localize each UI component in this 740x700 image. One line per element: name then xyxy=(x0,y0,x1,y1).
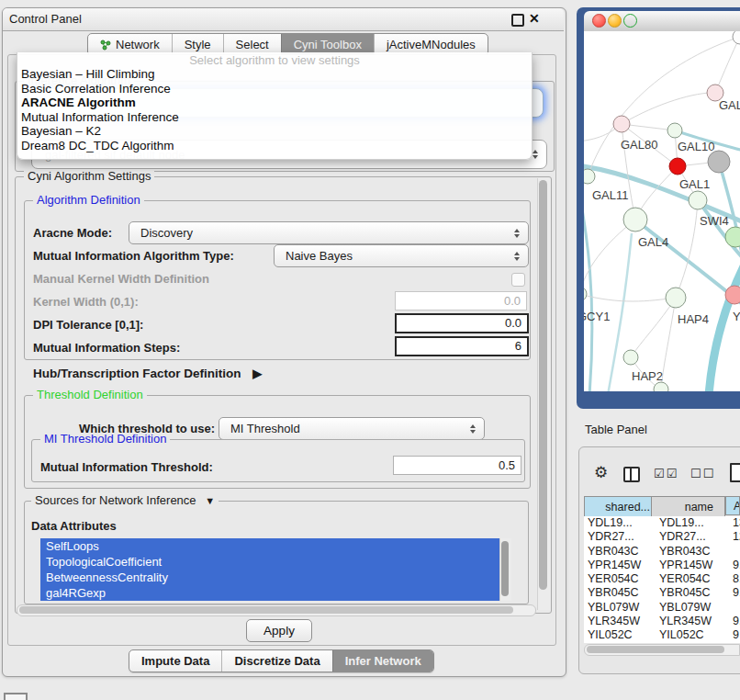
document-icon[interactable] xyxy=(730,463,740,482)
mi-threshold-field[interactable]: 0.5 xyxy=(393,456,521,475)
table-row[interactable]: YBL079W YBL079W xyxy=(584,601,740,615)
cell-value: 9 xyxy=(733,628,739,642)
table-row[interactable]: YBR045C YBR045C 9. xyxy=(584,586,740,600)
table-body: YDL19... YDL19... 13 YDR27... YDR27... 1… xyxy=(584,516,740,643)
close-icon[interactable]: ✕ xyxy=(529,11,540,26)
network-icon xyxy=(100,40,111,51)
manual-kernel-checkbox[interactable] xyxy=(511,273,525,287)
cell-value: 13 xyxy=(733,516,740,530)
sources-group-title[interactable]: Sources for Network Inference ▼ xyxy=(31,494,219,507)
collapsed-arrow-icon[interactable]: ▶ xyxy=(252,367,262,380)
network-node-pink[interactable] xyxy=(725,286,740,304)
column-header-partial[interactable]: A xyxy=(725,496,740,515)
combo-stepper-icon xyxy=(533,150,538,159)
cell-value: 9. xyxy=(733,559,740,572)
node-label-hap4: HAP4 xyxy=(678,312,709,326)
network-view[interactable]: GAL GAL80 GAL10 GAL1 GAL11 SWI4 GAL4 GCY… xyxy=(584,31,740,391)
combo-stepper-icon xyxy=(470,424,476,434)
gear-icon[interactable]: ⚙ xyxy=(594,465,608,481)
cell-value: 12 xyxy=(733,530,740,544)
table-row[interactable]: YDL19... YDL19... 13 xyxy=(584,516,740,530)
settings-hscrollbar-thumb[interactable] xyxy=(19,606,513,614)
tab-discretize-data[interactable]: Discretize Data xyxy=(221,650,331,672)
node-label-gcy1: GCY1 xyxy=(584,310,610,323)
column-header-shared-name[interactable]: shared... xyxy=(584,496,658,517)
mi-threshold-label: Mutual Information Threshold: xyxy=(40,460,213,474)
hub-definition-section[interactable]: Hub/Transcription Factor Definition ▶ xyxy=(33,367,262,380)
network-node[interactable] xyxy=(654,382,668,391)
dropdown-item-selected[interactable]: ARACNE Algorithm xyxy=(17,96,532,110)
algorithm-dropdown-popup: Select algorithm to view settings Bayesi… xyxy=(17,52,533,160)
kernel-width-field[interactable]: 0.0 xyxy=(395,291,527,310)
network-node-gcy1[interactable] xyxy=(584,287,587,301)
table-hscrollbar-thumb[interactable] xyxy=(587,646,724,653)
attribute-item-selected[interactable]: TopologicalCoefficient xyxy=(40,554,499,570)
table-row[interactable]: YIL052C YIL052C 9 xyxy=(584,628,740,642)
settings-scrollbar-thumb[interactable] xyxy=(539,180,547,590)
network-node-hap4[interactable] xyxy=(666,288,686,308)
mi-type-combobox[interactable]: Naive Bayes xyxy=(274,244,529,267)
mac-close-icon[interactable] xyxy=(592,14,606,28)
tab-infer-network[interactable]: Infer Network xyxy=(332,650,433,672)
cell-shared-name: YIL052C xyxy=(588,628,633,642)
dropdown-item[interactable]: Bayesian – K2 xyxy=(17,124,532,139)
table-row[interactable]: YLR345W YLR345W 9. xyxy=(584,615,740,628)
select-all-checkboxes-icon[interactable]: ☑☑ xyxy=(654,467,678,480)
network-node-gray[interactable] xyxy=(708,151,730,173)
attribute-item-selected[interactable]: SelfLoops xyxy=(40,538,499,554)
apply-button[interactable]: Apply xyxy=(246,619,312,642)
float-window-icon[interactable] xyxy=(511,14,524,27)
deselect-all-checkboxes-icon[interactable]: ☐☐ xyxy=(690,467,715,480)
tab-impute-data[interactable]: Impute Data xyxy=(129,650,221,672)
mi-type-value: Naive Bayes xyxy=(275,249,353,263)
network-node-hap2[interactable] xyxy=(623,350,638,365)
column-header-name[interactable]: name xyxy=(651,496,725,517)
network-node-gal11[interactable] xyxy=(584,169,595,184)
expanded-arrow-icon[interactable]: ▼ xyxy=(205,495,215,506)
cell-name: YBL079W xyxy=(659,601,711,615)
network-node[interactable] xyxy=(733,31,740,44)
data-attributes-label: Data Attributes xyxy=(31,519,117,533)
dropdown-item[interactable]: Bayesian – Hill Climbing xyxy=(17,67,532,82)
control-panel-titlebar[interactable] xyxy=(3,8,564,31)
attributes-list-scrollbar-thumb[interactable] xyxy=(501,541,509,596)
cell-shared-name: YDR27... xyxy=(588,530,634,544)
mac-zoom-icon[interactable] xyxy=(623,14,637,28)
node-label-swi4: SWI4 xyxy=(700,214,729,228)
mi-steps-field[interactable]: 6 xyxy=(395,336,529,356)
table-row[interactable]: YBR043C YBR043C xyxy=(584,545,740,559)
tab-infer-network-label: Infer Network xyxy=(345,650,421,672)
clipped-bottom-icon[interactable] xyxy=(4,693,28,700)
attribute-item-selected[interactable]: gal4RGexp xyxy=(40,585,499,601)
dropdown-item[interactable]: Basic Correlation Inference xyxy=(17,82,532,96)
cell-shared-name: YER054C xyxy=(588,572,639,586)
column-header-label: A xyxy=(734,500,740,513)
which-threshold-value: MI Threshold xyxy=(219,422,300,435)
attribute-item-selected[interactable]: BetweennessCentrality xyxy=(40,570,499,585)
cell-name: YER054C xyxy=(659,572,711,586)
network-node-gal4[interactable] xyxy=(623,208,647,231)
column-header-label: name xyxy=(685,501,713,514)
dpi-tolerance-field[interactable]: 0.0 xyxy=(395,313,529,333)
which-threshold-combobox[interactable]: MI Threshold xyxy=(219,417,485,440)
table-row[interactable]: YER054C YER054C 8. xyxy=(584,572,740,586)
cell-name: YBR043C xyxy=(659,545,711,559)
mi-type-label: Mutual Information Algorithm Type: xyxy=(33,249,234,263)
table-row[interactable]: YPR145W YPR145W 9. xyxy=(584,559,740,572)
network-node-gal1[interactable] xyxy=(689,191,707,209)
network-node[interactable] xyxy=(725,227,740,247)
network-node-red-selected[interactable] xyxy=(669,158,686,175)
aracne-mode-combobox[interactable]: Discovery xyxy=(129,221,529,244)
mac-minimize-icon[interactable] xyxy=(608,14,622,28)
table-row[interactable]: YDR27... YDR27... 12 xyxy=(584,530,740,544)
network-node-gal80[interactable] xyxy=(613,116,630,132)
column-layout-icon[interactable] xyxy=(623,467,640,482)
dropdown-item[interactable]: Mutual Information Inference xyxy=(17,110,532,125)
network-node-gal10[interactable] xyxy=(667,123,682,138)
dropdown-item[interactable]: Dream8 DC_TDC Algorithm xyxy=(17,139,532,153)
column-header-label: shared... xyxy=(605,501,650,514)
algorithm-definition-title: Algorithm Definition xyxy=(33,194,144,207)
node-label: Y xyxy=(733,310,740,323)
mi-threshold-group-title: MI Threshold Definition xyxy=(40,433,170,446)
cell-shared-name: YPR145W xyxy=(588,559,641,572)
